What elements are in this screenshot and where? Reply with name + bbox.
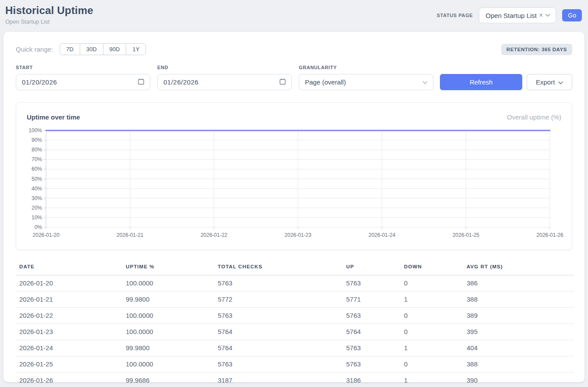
table-row: 2026-01-20100.0000576357630386 xyxy=(16,275,574,292)
table-cell: 99.9686 xyxy=(122,373,214,387)
quick-range-90d[interactable]: 90D xyxy=(103,43,127,55)
start-date-input[interactable]: 01/20/2026 xyxy=(16,74,150,90)
uptime-chart: 0%10%20%30%40%50%60%70%80%90%100%2026-01… xyxy=(16,125,572,244)
table-cell: 0 xyxy=(400,324,463,340)
table-cell: 5763 xyxy=(214,275,343,292)
table-cell: 99.9800 xyxy=(122,292,214,308)
svg-text:2026-01-22: 2026-01-22 xyxy=(201,232,228,238)
table-header-row: DATEUPTIME %TOTAL CHECKSUPDOWNAVG RT (MS… xyxy=(16,260,574,275)
status-page-select[interactable]: Open Startup List × xyxy=(479,7,556,23)
table-cell: 388 xyxy=(463,292,574,308)
page-subtitle: Open Startup List xyxy=(5,18,93,25)
svg-text:90%: 90% xyxy=(32,137,42,143)
status-page-value: Open Startup List xyxy=(485,12,537,19)
start-field: START 01/20/2026 xyxy=(16,65,150,90)
table-cell: 390 xyxy=(463,373,574,387)
svg-text:30%: 30% xyxy=(32,195,42,201)
page-title: Historical Uptime xyxy=(5,4,93,17)
table-row: 2026-01-22100.0000576357630389 xyxy=(16,308,574,324)
table-cell: 3186 xyxy=(343,373,400,387)
status-page-label: STATUS PAGE xyxy=(437,13,473,18)
svg-text:2026-01-21: 2026-01-21 xyxy=(117,232,144,238)
table-cell: 404 xyxy=(463,340,574,356)
clear-icon[interactable]: × xyxy=(539,12,543,19)
column-header: DATE xyxy=(16,260,122,275)
table-cell: 100.0000 xyxy=(122,275,214,292)
table-cell: 5763 xyxy=(343,308,400,324)
chevron-down-icon xyxy=(558,78,563,86)
main-panel: Quick range: 7D30D90D1Y RETENTION: 365 D… xyxy=(4,32,584,382)
table-cell: 5764 xyxy=(343,324,400,340)
title-block: Historical Uptime Open Startup List xyxy=(5,4,93,25)
table-cell: 1 xyxy=(400,292,463,308)
svg-text:20%: 20% xyxy=(32,205,42,211)
table-cell: 0 xyxy=(400,308,463,324)
chevron-down-icon xyxy=(422,78,428,86)
refresh-button[interactable]: Refresh xyxy=(440,74,522,90)
chevron-down-icon xyxy=(545,14,550,17)
svg-text:2026-01-26: 2026-01-26 xyxy=(536,232,563,238)
granularity-field: GRANULARITY Page (overall) xyxy=(299,65,433,90)
granularity-value: Page (overall) xyxy=(305,78,346,86)
uptime-chart-card: Uptime over time Overall uptime (%) 0%10… xyxy=(16,102,572,250)
end-field: END 01/26/2026 xyxy=(157,65,292,90)
table-cell: 3187 xyxy=(214,373,343,387)
svg-text:2026-01-20: 2026-01-20 xyxy=(32,232,60,238)
table-cell: 5771 xyxy=(343,292,400,308)
end-date-value: 01/26/2026 xyxy=(163,78,198,86)
svg-text:80%: 80% xyxy=(32,147,42,153)
start-label: START xyxy=(16,65,150,70)
granularity-select[interactable]: Page (overall) xyxy=(299,74,433,90)
svg-text:60%: 60% xyxy=(32,166,42,172)
calendar-icon[interactable] xyxy=(279,78,286,86)
table-cell: 386 xyxy=(463,275,574,292)
table-cell: 389 xyxy=(463,308,574,324)
granularity-label: GRANULARITY xyxy=(299,65,433,70)
column-header: AVG RT (MS) xyxy=(463,260,574,275)
table-cell: 5764 xyxy=(214,340,343,356)
chart-title: Uptime over time xyxy=(27,113,80,121)
table-cell: 2026-01-26 xyxy=(16,373,122,387)
calendar-icon[interactable] xyxy=(138,78,145,86)
svg-text:2026-01-24: 2026-01-24 xyxy=(368,232,396,238)
quick-range-7d[interactable]: 7D xyxy=(60,43,80,55)
table-cell: 2026-01-20 xyxy=(16,275,122,292)
filter-form-row: START 01/20/2026 END 01/26/2026 GRANULAR… xyxy=(16,65,572,90)
quick-range-1y[interactable]: 1Y xyxy=(126,43,146,55)
table-cell: 5763 xyxy=(214,356,343,373)
quick-range-30d[interactable]: 30D xyxy=(80,43,103,55)
svg-text:70%: 70% xyxy=(32,156,42,162)
table-cell: 1 xyxy=(400,373,463,387)
retention-badge: RETENTION: 365 DAYS xyxy=(501,44,572,55)
svg-text:50%: 50% xyxy=(32,176,42,182)
chart-legend: Overall uptime (%) xyxy=(507,113,561,121)
table-row: 2026-01-25100.0000576357630388 xyxy=(16,356,574,373)
table-cell: 2026-01-22 xyxy=(16,308,122,324)
table-cell: 388 xyxy=(463,356,574,373)
table-cell: 5763 xyxy=(343,340,400,356)
table-cell: 5772 xyxy=(214,292,343,308)
start-date-value: 01/20/2026 xyxy=(22,78,57,86)
svg-text:2026-01-23: 2026-01-23 xyxy=(284,232,312,238)
table-row: 2026-01-2699.9686318731861390 xyxy=(16,373,574,387)
table-cell: 100.0000 xyxy=(122,308,214,324)
quick-range-group: 7D30D90D1Y xyxy=(60,43,146,55)
end-date-input[interactable]: 01/26/2026 xyxy=(157,74,292,90)
table-row: 2026-01-23100.0000576457640395 xyxy=(16,324,574,340)
table-cell: 0 xyxy=(400,356,463,373)
svg-text:2026-01-25: 2026-01-25 xyxy=(453,232,480,238)
table-cell: 2026-01-24 xyxy=(16,340,122,356)
table-cell: 5764 xyxy=(214,324,343,340)
column-header: DOWN xyxy=(400,260,463,275)
column-header: UP xyxy=(343,260,400,275)
go-button[interactable]: Go xyxy=(562,9,582,21)
export-label: Export xyxy=(536,78,555,86)
table-cell: 100.0000 xyxy=(122,324,214,340)
column-header: UPTIME % xyxy=(122,260,214,275)
export-button[interactable]: Export xyxy=(527,74,572,90)
table-cell: 2026-01-21 xyxy=(16,292,122,308)
table-cell: 100.0000 xyxy=(122,356,214,373)
svg-text:0%: 0% xyxy=(35,224,43,230)
table-cell: 5763 xyxy=(214,308,343,324)
header-controls: STATUS PAGE Open Startup List × Go xyxy=(437,7,582,23)
